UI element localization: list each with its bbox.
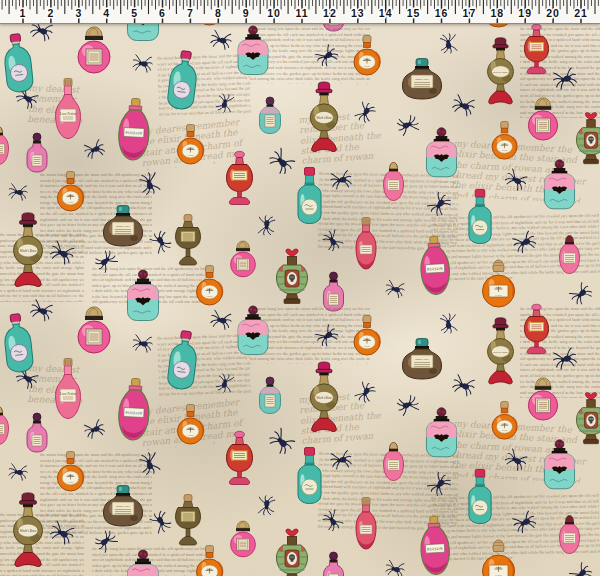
bottle-skullUrn	[275, 523, 309, 576]
svg-text:Magic No 9: Magic No 9	[116, 225, 130, 228]
bottle-orangeRound: Elixir	[57, 450, 84, 494]
bottle-redGoblet	[521, 304, 552, 356]
bottle-poisonPink: POISON	[416, 514, 453, 576]
bottle-batRound	[425, 407, 458, 459]
svg-text:Elixir: Elixir	[188, 154, 194, 157]
spider-icon	[131, 332, 155, 354]
bottle-pinkTall	[0, 125, 11, 171]
ruler-number: 21	[574, 7, 588, 19]
ruler-number: 11	[295, 7, 308, 19]
bottle-smallTeal	[258, 97, 282, 137]
svg-text:Witch's Brew: Witch's Brew	[493, 70, 508, 74]
bottle-pinkPerfume	[229, 519, 257, 559]
ruler-number: 7	[187, 7, 194, 19]
bottle-genieOlive: Witch's Brew	[10, 212, 46, 290]
spider-icon	[7, 181, 30, 202]
ruler-number: 2	[47, 7, 54, 19]
spider-icon	[265, 425, 299, 459]
ruler-number: 19	[518, 7, 532, 19]
svg-text:Magic No 9: Magic No 9	[415, 358, 429, 361]
bottle-poisonPink: POISON	[114, 377, 153, 445]
bottle-genieOlive: Witch's Brew	[10, 492, 46, 570]
bottle-pinkTall	[557, 514, 582, 560]
ruler-number: 17	[463, 7, 477, 19]
bottle-orangeRound: Elixir	[491, 121, 518, 161]
spider-icon	[131, 52, 155, 74]
svg-text:Elixir: Elixir	[207, 295, 213, 298]
bottle-skullUrn	[574, 387, 600, 447]
pattern-tile: the moon hung low upon the moor and the …	[0, 24, 600, 304]
ruler-number: 8	[215, 7, 222, 19]
bottle-orangeRound: Elixir	[353, 35, 381, 77]
bottle-orangeRound: Elixir	[177, 404, 204, 446]
spider-icon	[256, 494, 277, 517]
bottle-smallTeal	[258, 377, 282, 417]
bottle-redGoblet	[521, 24, 552, 76]
spider-icon	[81, 137, 107, 162]
svg-text:Love Potion: Love Potion	[59, 112, 77, 116]
svg-text:Elixir: Elixir	[364, 345, 370, 348]
spider-icon	[136, 170, 162, 198]
bottle-orangeRound: Elixir	[177, 124, 204, 166]
bottle-tealFlask	[0, 32, 36, 95]
bottle-orangeRound: Elixir	[353, 315, 381, 357]
bottle-brownJug: Magic No 9	[103, 205, 143, 247]
bottle-redGoblet	[224, 431, 255, 487]
ruler-number: 6	[159, 7, 166, 19]
ruler-number: 10	[267, 7, 281, 19]
spider-icon	[383, 278, 407, 301]
spider-icon	[208, 27, 234, 52]
bottle-orangeRound: Elixir	[196, 265, 223, 307]
svg-text:Elixir: Elixir	[188, 434, 194, 437]
bottle-skullUrn	[275, 243, 309, 307]
svg-text:Elixir: Elixir	[502, 149, 508, 152]
svg-text:Witch's Brew: Witch's Brew	[316, 116, 332, 120]
bottle-genieOlive: Witch's Brew	[484, 37, 517, 107]
bottle-pinkPerfume	[526, 97, 560, 141]
bottle-batRound	[543, 159, 576, 211]
svg-text:Witch's Brew: Witch's Brew	[20, 529, 37, 533]
bottle-lovePotionTall	[354, 217, 378, 275]
bottle-orangeRound: Elixir	[491, 401, 518, 441]
ruler-number: 13	[351, 7, 365, 19]
bottle-tealBottle	[295, 447, 324, 505]
bottle-poisonPink: POISON	[114, 97, 153, 165]
ruler-number: 9	[243, 7, 250, 19]
bottle-poisonPink: POISON	[416, 234, 453, 300]
inch-ruler: 12345678910111213141516171819202122	[0, 0, 600, 24]
ruler-number: 4	[103, 7, 110, 19]
ruler-number: 12	[323, 7, 337, 19]
bottle-oliveGoblet	[174, 214, 202, 266]
bottle-tealBottle	[465, 189, 495, 245]
bottle-batRound	[425, 127, 458, 179]
ruler-number: 1	[20, 7, 27, 19]
bottle-tealBottle	[465, 469, 495, 525]
bottle-pinkPerfume	[76, 26, 112, 74]
bottle-brownJug: Magic No 9	[103, 485, 143, 527]
spider-icon	[265, 145, 299, 179]
svg-text:POISON: POISON	[125, 130, 142, 136]
bottle-tealFlask	[0, 312, 36, 375]
svg-text:Magic No 9: Magic No 9	[415, 78, 429, 81]
svg-text:Witch's Brew: Witch's Brew	[493, 350, 508, 354]
bottle-pinkPerfume	[526, 377, 560, 421]
bottle-batRound	[236, 306, 270, 356]
bottle-smallPurple	[322, 552, 345, 576]
bottle-brownJug: Magic No 9	[402, 338, 442, 380]
svg-text:POISON: POISON	[427, 267, 443, 272]
bottle-genieOlive: Witch's Brew	[484, 317, 517, 387]
bottle-pinkTall	[381, 441, 406, 487]
spider-icon	[394, 112, 422, 138]
ruler-number: 18	[490, 7, 504, 19]
bottle-oliveGoblet	[174, 494, 202, 546]
ruler-number: 16	[435, 7, 449, 19]
ruler-number: 15	[407, 7, 421, 19]
spider-icon	[136, 450, 162, 478]
svg-text:Magic No 9: Magic No 9	[116, 505, 130, 508]
ruler-number: 3	[75, 7, 82, 19]
bottle-lovePotion: Love Potion	[54, 358, 82, 420]
bottle-skullUrn	[574, 107, 600, 167]
svg-text:Elixir: Elixir	[495, 294, 501, 297]
bottle-smallPurple	[26, 413, 48, 453]
bottle-pinkTall	[0, 405, 11, 451]
